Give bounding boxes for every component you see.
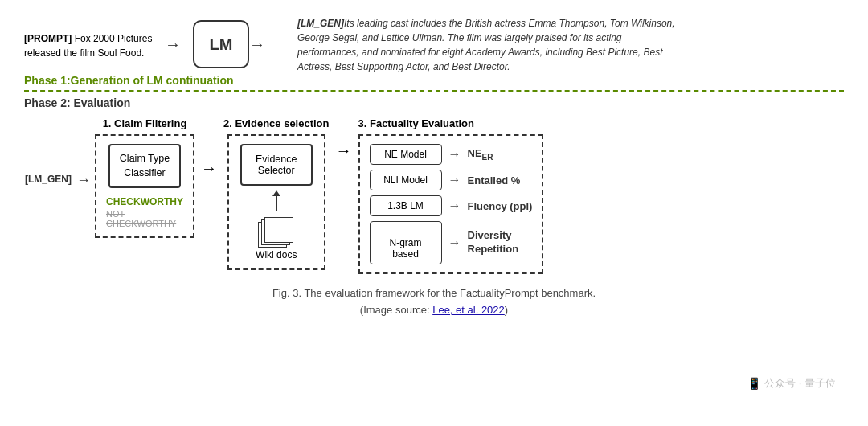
arrow-to-lm: → (153, 20, 193, 68)
watermark-text: 公众号 · 量子位 (764, 376, 836, 391)
eval-row-13b: 1.3B LM → Fluency (ppl) (370, 195, 533, 216)
wiki-docs-label: Wiki docs (256, 249, 297, 260)
section3-title: 3. Factuality Evaluation (358, 117, 475, 129)
arrow-ne: → (448, 148, 461, 161)
claim-type-classifier-label: Claim Type Classifier (120, 153, 170, 178)
ne-result: NEER (468, 147, 493, 162)
caption-link[interactable]: Lee, et al. 2022 (432, 304, 505, 316)
nli-result: Entailed % (468, 174, 521, 186)
ne-model-label: NE Model (384, 149, 427, 160)
evidence-dashed: Evidence Selector Wiki do (227, 134, 326, 270)
caption-suffix: ) (505, 304, 508, 316)
watermark: 📱 公众号 · 量子位 (747, 376, 836, 391)
evidence-selector-label: Evidence Selector (256, 154, 297, 176)
lm-box: LM (193, 20, 249, 68)
arrow-ngram: → (448, 236, 461, 249)
section1-title: 1. Claim Filtering (103, 117, 187, 129)
caption-line1: Fig. 3. The evaluation framework for the… (24, 285, 844, 302)
phase1-row: [PROMPT] Fox 2000 Pictures released the … (24, 14, 844, 74)
claim-output-row: CHECKWORTHY NOT CHECKWORTHY (106, 196, 183, 228)
doc-page-1 (264, 217, 293, 243)
main-container: [PROMPT] Fox 2000 Pictures released the … (0, 0, 868, 426)
wechat-icon: 📱 (747, 377, 761, 390)
ne-model-box: NE Model (370, 144, 442, 165)
lm-label: LM (210, 35, 233, 54)
caption: Fig. 3. The evaluation framework for the… (24, 285, 844, 319)
evidence-selector-box: Evidence Selector (240, 144, 313, 186)
evidence-inner: Evidence Selector Wiki do (240, 144, 313, 260)
ngram-result: DiversityRepetition (468, 229, 519, 256)
vert-arrow-down (272, 190, 280, 211)
ngram-model-label: N-grambased (390, 237, 422, 260)
caption-line2: (Image source: Lee, et al. 2022) (24, 302, 844, 319)
wiki-docs: Wiki docs (256, 217, 297, 260)
lm-gen-input: [LM_GEN] (24, 117, 72, 185)
section2-title: 2. Evidence selection (223, 117, 330, 129)
arrow-evidence-to-factuality: → (330, 117, 358, 160)
claim-type-classifier-box: Claim Type Classifier (108, 144, 181, 188)
prompt-bold-label: [PROMPT] (24, 33, 72, 44)
lm-gen-label: [LM_GEN] (297, 18, 344, 29)
claim-filtering-dashed: Claim Type Classifier CHECKWORTHY NOT CH… (95, 134, 194, 238)
claim-filtering-section: 1. Claim Filtering Claim Type Classifier… (95, 117, 194, 238)
arrow-claim-to-evidence: → (194, 117, 223, 178)
lm-output-text: [LM_GEN]Its leading cast includes the Br… (297, 14, 683, 74)
13b-model-label: 1.3B LM (387, 200, 424, 211)
ngram-model-box: N-grambased (370, 221, 442, 264)
checkworthy-label: CHECKWORTHY (106, 196, 183, 207)
13b-model-box: 1.3B LM (370, 195, 442, 216)
factuality-section: 3. Factuality Evaluation NE Model → NEER… (358, 117, 544, 274)
arrow-13b: → (448, 199, 461, 212)
eval-row-ne: NE Model → NEER (370, 144, 533, 165)
arrow-nli: → (448, 174, 461, 186)
arrow-lm-output: → (249, 20, 278, 68)
not-checkworthy-label: NOT CHECKWORTHY (106, 209, 183, 228)
arrow-lm-gen-to-claim: → (72, 117, 95, 189)
factuality-dashed: NE Model → NEER NLI Model → Entailed % (358, 134, 544, 274)
nli-model-label: NLI Model (383, 174, 428, 186)
phase2-label: Phase 2: Evaluation (24, 96, 844, 109)
nli-model-box: NLI Model (370, 170, 442, 190)
eval-row-ngram: N-grambased → DiversityRepetition (370, 221, 533, 264)
13b-result: Fluency (ppl) (468, 200, 533, 212)
wiki-docs-icon (256, 217, 297, 248)
phase1-label: Phase 1:Generation of LM continuation (24, 74, 844, 92)
eval-row-nli: NLI Model → Entailed % (370, 170, 533, 190)
caption-prefix: (Image source: (360, 304, 432, 316)
phase2-flow: [LM_GEN] → 1. Claim Filtering Claim Type… (24, 117, 844, 274)
evidence-section: 2. Evidence selection Evidence Selector (223, 117, 330, 270)
lm-output-body: Its leading cast includes the British ac… (297, 18, 675, 72)
prompt-box: [PROMPT] Fox 2000 Pictures released the … (24, 20, 153, 68)
